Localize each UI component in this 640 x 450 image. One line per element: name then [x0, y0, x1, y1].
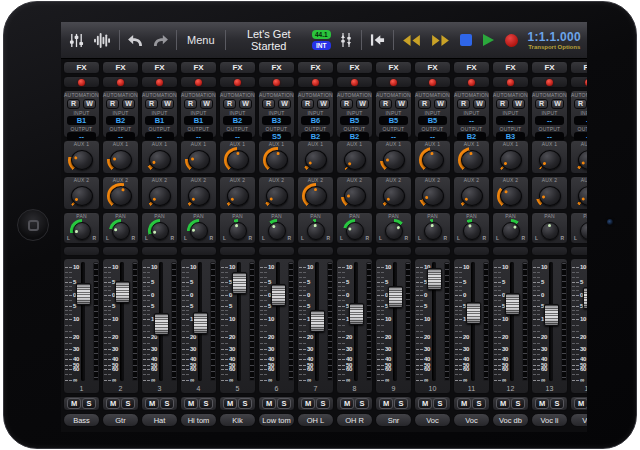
aux1-knob[interactable]	[458, 147, 486, 173]
fader-handle[interactable]	[154, 313, 169, 335]
record-arm-button[interactable]	[297, 76, 334, 88]
mute-button[interactable]: M	[67, 398, 81, 409]
waveform-edit-button[interactable]	[92, 31, 113, 50]
fader-handle[interactable]	[388, 286, 403, 308]
fx-button[interactable]: FX	[63, 61, 100, 74]
fx-button[interactable]: FX	[375, 61, 412, 74]
pan-knob[interactable]	[421, 219, 445, 243]
solo-button[interactable]: S	[82, 398, 96, 409]
automation-write-button[interactable]: W	[512, 99, 525, 109]
fx-button[interactable]: FX	[297, 61, 334, 74]
aux1-knob[interactable]	[497, 147, 525, 173]
pan-knob[interactable]	[538, 219, 562, 243]
fx-button[interactable]: FX	[180, 61, 217, 74]
automation-read-button[interactable]: R	[496, 99, 509, 109]
input-select[interactable]: B1	[145, 116, 174, 125]
aux2-knob[interactable]	[263, 183, 291, 209]
record-arm-button[interactable]	[492, 76, 529, 88]
aux2-knob[interactable]	[341, 183, 369, 209]
record-arm-button[interactable]	[219, 76, 256, 88]
track-name-button[interactable]: OH L	[297, 413, 334, 427]
track-name-button[interactable]: Voc li	[531, 413, 568, 427]
aux1-knob[interactable]	[68, 147, 96, 173]
automation-read-button[interactable]: R	[418, 99, 431, 109]
mute-button[interactable]: M	[418, 398, 432, 409]
automation-write-button[interactable]: W	[122, 99, 135, 109]
aux1-knob[interactable]	[419, 147, 447, 173]
fader-handle[interactable]	[115, 281, 130, 303]
automation-read-button[interactable]: R	[301, 99, 314, 109]
fader-handle[interactable]	[271, 284, 286, 306]
aux2-knob[interactable]	[380, 183, 408, 209]
aux1-knob[interactable]	[380, 147, 408, 173]
automation-write-button[interactable]: W	[317, 99, 330, 109]
track-name-button[interactable]: Hat	[141, 413, 178, 427]
input-select[interactable]: B2	[223, 116, 252, 125]
automation-write-button[interactable]: W	[434, 99, 447, 109]
record-arm-button[interactable]	[141, 76, 178, 88]
mute-button[interactable]: M	[223, 398, 237, 409]
aux2-knob[interactable]	[146, 183, 174, 209]
track-name-button[interactable]: Gtr	[102, 413, 139, 427]
mute-button[interactable]: M	[301, 398, 315, 409]
pan-knob[interactable]	[460, 219, 484, 243]
mute-button[interactable]: M	[379, 398, 393, 409]
automation-write-button[interactable]: W	[551, 99, 564, 109]
record-arm-button[interactable]	[570, 76, 587, 88]
pan-knob[interactable]	[577, 219, 588, 243]
track-name-button[interactable]: OH R	[336, 413, 373, 427]
transport-options-button[interactable]: Transport Options	[528, 44, 580, 50]
input-select[interactable]: B5	[379, 116, 408, 125]
home-button[interactable]	[17, 209, 49, 241]
solo-button[interactable]: S	[238, 398, 252, 409]
record-arm-button[interactable]	[531, 76, 568, 88]
solo-button[interactable]: S	[394, 398, 408, 409]
mute-button[interactable]: M	[574, 398, 587, 409]
aux1-knob[interactable]	[107, 147, 135, 173]
input-select[interactable]: B1	[184, 116, 213, 125]
mute-button[interactable]: M	[457, 398, 471, 409]
record-button[interactable]	[503, 32, 520, 49]
track-name-button[interactable]: Hi tom	[180, 413, 217, 427]
fader-handle[interactable]	[193, 312, 208, 334]
input-select[interactable]: --	[535, 116, 564, 125]
input-select[interactable]: --	[496, 116, 525, 125]
pan-knob[interactable]	[343, 219, 367, 243]
aux2-knob[interactable]	[302, 183, 330, 209]
pan-knob[interactable]	[187, 219, 211, 243]
automation-read-button[interactable]: R	[67, 99, 80, 109]
mute-button[interactable]: M	[184, 398, 198, 409]
automation-read-button[interactable]: R	[106, 99, 119, 109]
track-name-button[interactable]: Voc	[570, 413, 587, 427]
solo-button[interactable]: S	[550, 398, 564, 409]
record-arm-button[interactable]	[258, 76, 295, 88]
menu-button[interactable]: Menu	[183, 32, 219, 48]
track-name-button[interactable]: Voc	[414, 413, 451, 427]
play-button[interactable]	[480, 31, 497, 49]
input-select[interactable]: --	[457, 116, 486, 125]
input-select[interactable]: B3	[262, 116, 291, 125]
fast-forward-button[interactable]	[429, 32, 452, 49]
pan-knob[interactable]	[226, 219, 250, 243]
aux2-knob[interactable]	[497, 183, 525, 209]
aux1-knob[interactable]	[575, 147, 588, 173]
input-select[interactable]: B5	[340, 116, 369, 125]
track-name-button[interactable]: Bass	[63, 413, 100, 427]
solo-button[interactable]: S	[199, 398, 213, 409]
fader-handle[interactable]	[232, 272, 247, 294]
automation-write-button[interactable]: W	[239, 99, 252, 109]
solo-button[interactable]: S	[355, 398, 369, 409]
aux2-knob[interactable]	[224, 183, 252, 209]
fx-button[interactable]: FX	[414, 61, 451, 74]
fader-handle[interactable]	[427, 268, 442, 290]
mute-button[interactable]: M	[106, 398, 120, 409]
record-arm-button[interactable]	[180, 76, 217, 88]
automation-read-button[interactable]: R	[184, 99, 197, 109]
aux2-knob[interactable]	[68, 183, 96, 209]
automation-read-button[interactable]: R	[223, 99, 236, 109]
fx-button[interactable]: FX	[492, 61, 529, 74]
mute-button[interactable]: M	[262, 398, 276, 409]
aux2-knob[interactable]	[536, 183, 564, 209]
automation-read-button[interactable]: R	[340, 99, 353, 109]
aux1-knob[interactable]	[302, 147, 330, 173]
